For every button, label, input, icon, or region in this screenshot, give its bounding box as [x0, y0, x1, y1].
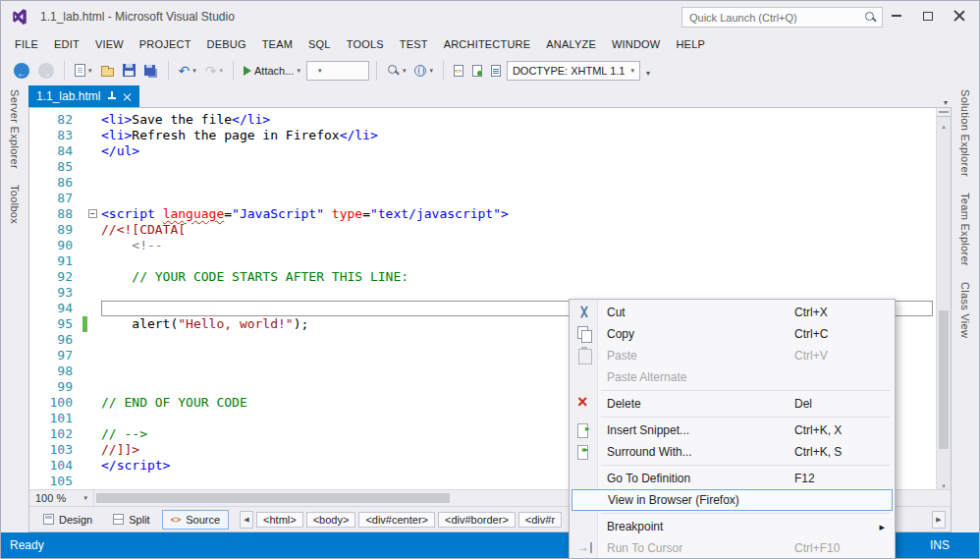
context-menu-item-copy[interactable]: CopyCtrl+C [572, 323, 893, 345]
code-text[interactable]: //]]> [101, 442, 139, 458]
save-button[interactable] [120, 62, 138, 79]
view-markup-button[interactable] [451, 63, 466, 79]
code-text[interactable]: alert("Hello, world!"); [101, 316, 308, 332]
breadcrumb-item[interactable]: <div#border> [438, 512, 516, 528]
vertical-scrollbar-track[interactable] [937, 130, 951, 476]
menu-item-file[interactable]: FILE [7, 34, 46, 54]
tool-tab-team-explorer[interactable]: Team Explorer [959, 193, 971, 266]
quick-launch-input[interactable]: Quick Launch (Ctrl+Q) [681, 7, 883, 28]
menu-item-edit[interactable]: EDIT [46, 34, 87, 54]
menu-item-test[interactable]: TEST [392, 34, 436, 54]
browse-with-button[interactable] [411, 63, 436, 79]
code-text[interactable]: // END OF YOUR CODE [101, 395, 247, 411]
attach-button[interactable]: Attach... [241, 63, 303, 79]
toolbar-separator [376, 61, 377, 81]
menu-item-view[interactable]: VIEW [87, 34, 132, 54]
tool-tab-server-explorer[interactable]: Server Explorer [9, 89, 21, 169]
undo-button[interactable] [176, 60, 199, 82]
breadcrumb-scroll-right[interactable] [932, 511, 946, 529]
toolbar-overflow-button[interactable] [643, 60, 653, 82]
close-icon [953, 10, 965, 22]
zoom-control[interactable]: 100 % [29, 490, 94, 506]
breadcrumb-item[interactable]: <div#r [518, 512, 562, 528]
new-file-button[interactable] [72, 62, 95, 79]
format-document-button[interactable] [488, 63, 504, 79]
outline-margin [87, 442, 101, 458]
menu-bar: FILEEDITVIEWPROJECTDEBUGTEAMSQLTOOLSTEST… [1, 32, 979, 55]
menu-item-help[interactable]: HELP [668, 34, 713, 54]
find-button[interactable] [384, 62, 409, 79]
save-all-button[interactable] [141, 63, 161, 78]
menu-item-debug[interactable]: DEBUG [199, 34, 254, 54]
toolbar: Attach...DOCTYPE: XHTML 1.1 [1, 55, 979, 85]
line-number: 89 [29, 222, 82, 238]
scroll-down-icon[interactable] [937, 476, 951, 489]
view-button-split[interactable]: Split [104, 510, 158, 530]
code-text[interactable]: //<![CDATA[ [101, 222, 186, 238]
minimize-button[interactable] [881, 4, 912, 28]
context-menu-item-surround-with[interactable]: Surround With...Ctrl+K, S [572, 441, 893, 463]
code-text[interactable]: </script> [101, 458, 170, 474]
split-handle[interactable] [937, 108, 951, 117]
breadcrumb-item[interactable]: <html> [256, 512, 303, 528]
chevron-down-icon [88, 67, 92, 75]
navigate-back-icon [14, 63, 29, 79]
code-text[interactable]: </ul> [101, 143, 139, 159]
collapse-toggle-icon[interactable] [88, 209, 97, 218]
doctype-combobox[interactable]: DOCTYPE: XHTML 1.1 [507, 61, 640, 81]
check-document-button[interactable] [469, 63, 485, 79]
breadcrumb-item[interactable]: <div#center> [358, 512, 435, 528]
context-menu-item-go-to-definition[interactable]: Go To DefinitionF12 [572, 468, 893, 489]
line-number: 82 [29, 112, 82, 128]
code-text[interactable]: // --> [101, 426, 147, 442]
context-menu-item-view-in-browser-firefox[interactable]: View in Browser (Firefox) [572, 489, 893, 511]
navigate-back-button[interactable] [11, 61, 32, 81]
menu-item-team[interactable]: TEAM [254, 34, 300, 54]
outline-margin [87, 269, 101, 285]
context-menu-item-insert-snippet[interactable]: Insert Snippet...Ctrl+K, X [572, 419, 893, 441]
context-menu-item-delete[interactable]: DeleteDel [572, 393, 893, 415]
horizontal-scrollbar-thumb[interactable] [96, 493, 450, 503]
document-tab[interactable]: 1.1_lab.html [28, 85, 139, 107]
view-button-source[interactable]: Source [162, 510, 229, 530]
tool-tab-toolbox[interactable]: Toolbox [9, 185, 21, 224]
outline-margin [87, 222, 101, 238]
menu-item-project[interactable]: PROJECT [132, 34, 199, 54]
breadcrumb-scroll-left[interactable] [240, 511, 253, 529]
redo-icon [205, 62, 217, 80]
title-bar[interactable]: 1.1_lab.html - Microsoft Visual Studio Q… [1, 1, 979, 32]
context-menu-item-breakpoint[interactable]: Breakpoint [572, 516, 893, 537]
code-text[interactable]: // YOUR CODE STARTS AFTER THIS LINE: [101, 269, 408, 285]
line-number: 102 [29, 426, 82, 442]
close-tab-icon[interactable] [123, 92, 132, 101]
process-combobox[interactable] [306, 61, 369, 81]
outline-margin [87, 474, 101, 489]
close-button[interactable] [944, 4, 975, 28]
code-text[interactable]: <li>Refresh the page in Firefox</li> [101, 128, 378, 143]
scroll-up-icon[interactable] [937, 117, 951, 130]
menu-item-architecture[interactable]: ARCHITECTURE [436, 34, 539, 54]
code-line: 89//<![CDATA[ [29, 222, 936, 238]
maximize-button[interactable] [912, 4, 944, 28]
menu-item-window[interactable]: WINDOW [604, 34, 668, 54]
tool-tab-class-view[interactable]: Class View [959, 282, 971, 338]
menu-item-tools[interactable]: TOOLS [339, 34, 392, 54]
code-text[interactable]: <li>Save the file</li> [101, 112, 270, 128]
redo-button [202, 60, 226, 82]
chevron-down-icon [192, 67, 196, 75]
code-text[interactable]: <!-- [101, 238, 163, 253]
outline-margin [87, 458, 101, 474]
pin-tab-icon[interactable] [106, 91, 117, 102]
vertical-scrollbar-thumb[interactable] [939, 310, 949, 449]
menu-item-analyze[interactable]: ANALYZE [538, 34, 604, 54]
menu-item-sql[interactable]: SQL [300, 34, 339, 54]
tool-tab-solution-explorer[interactable]: Solution Explorer [959, 89, 971, 177]
context-menu-item-cut[interactable]: CutCtrl+X [572, 302, 893, 323]
design-view-icon [43, 514, 54, 525]
vertical-scrollbar[interactable] [936, 108, 951, 489]
open-file-button[interactable] [98, 63, 117, 79]
code-line: 82<li>Save the file</li> [29, 112, 936, 128]
code-text[interactable]: <script language="JavaScript" type="text… [101, 206, 509, 222]
breadcrumb-item[interactable]: <body> [306, 512, 356, 528]
view-button-design[interactable]: Design [34, 510, 101, 530]
